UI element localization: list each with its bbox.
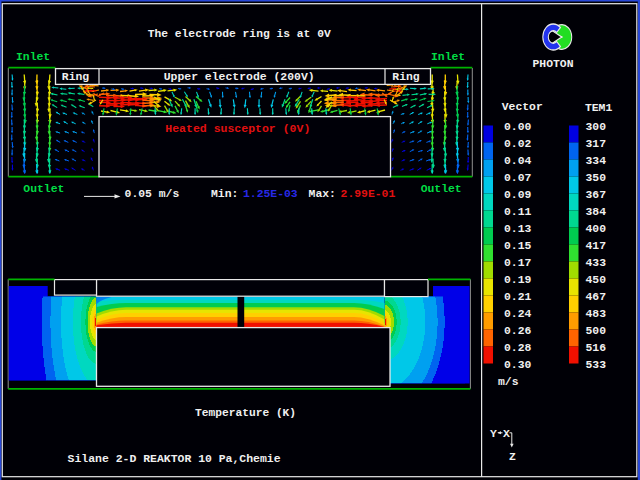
svg-text:X: X xyxy=(503,428,510,440)
svg-text:Heated susceptor (0V): Heated susceptor (0V) xyxy=(165,123,310,135)
svg-text:350: 350 xyxy=(586,172,607,184)
svg-text:500: 500 xyxy=(586,325,607,337)
svg-text:2.99E-01: 2.99E-01 xyxy=(341,188,396,200)
svg-text:516: 516 xyxy=(586,342,607,354)
svg-text:0.26: 0.26 xyxy=(504,325,532,337)
svg-text:Ring: Ring xyxy=(62,71,90,83)
svg-text:0.21: 0.21 xyxy=(504,291,532,303)
svg-text:Outlet: Outlet xyxy=(421,183,462,195)
svg-text:0.24: 0.24 xyxy=(504,308,532,320)
svg-text:Temperature (K): Temperature (K) xyxy=(195,407,296,419)
svg-text:0.09: 0.09 xyxy=(504,189,532,201)
svg-text:Y: Y xyxy=(490,428,497,440)
svg-text:450: 450 xyxy=(586,274,607,286)
svg-text:Inlet: Inlet xyxy=(431,51,465,63)
svg-text:317: 317 xyxy=(586,138,607,150)
svg-text:300: 300 xyxy=(586,121,607,133)
svg-text:Max:: Max: xyxy=(309,188,336,200)
svg-text:533: 533 xyxy=(586,359,607,371)
svg-text:1.25E-03: 1.25E-03 xyxy=(243,188,298,200)
svg-text:0.13: 0.13 xyxy=(504,223,532,235)
svg-text:PHOTON: PHOTON xyxy=(532,58,573,70)
svg-text:Ring: Ring xyxy=(392,71,420,83)
svg-text:0.15: 0.15 xyxy=(504,240,532,252)
svg-text:400: 400 xyxy=(586,223,607,235)
svg-text:483: 483 xyxy=(586,308,607,320)
svg-text:0.11: 0.11 xyxy=(504,206,532,218)
svg-text:334: 334 xyxy=(586,155,607,167)
svg-text:The electrode ring is at 0V: The electrode ring is at 0V xyxy=(148,28,331,40)
svg-text:0.02: 0.02 xyxy=(504,138,532,150)
svg-text:Inlet: Inlet xyxy=(16,51,50,63)
svg-text:Upper electrode (200V): Upper electrode (200V) xyxy=(164,71,315,83)
svg-text:0.30: 0.30 xyxy=(504,359,532,371)
svg-text:Silane 2-D REAKTOR 10 Pa,Chemi: Silane 2-D REAKTOR 10 Pa,Chemie xyxy=(68,453,281,465)
svg-text:0.07: 0.07 xyxy=(504,172,532,184)
svg-text:417: 417 xyxy=(586,240,607,252)
svg-text:0.28: 0.28 xyxy=(504,342,532,354)
svg-text:467: 467 xyxy=(586,291,607,303)
svg-text:0.00: 0.00 xyxy=(504,121,532,133)
svg-text:Z: Z xyxy=(509,451,516,463)
svg-text:m/s: m/s xyxy=(498,376,519,388)
svg-text:Vector: Vector xyxy=(502,101,543,113)
svg-text:Outlet: Outlet xyxy=(23,183,64,195)
svg-text:433: 433 xyxy=(586,257,607,269)
svg-text:0.04: 0.04 xyxy=(504,155,532,167)
svg-text:367: 367 xyxy=(586,189,607,201)
svg-text:0.17: 0.17 xyxy=(504,257,532,269)
svg-text:0.05 m/s: 0.05 m/s xyxy=(125,188,180,200)
svg-text:0.19: 0.19 xyxy=(504,274,532,286)
svg-text:384: 384 xyxy=(586,206,607,218)
svg-text:Min:: Min: xyxy=(211,188,238,200)
svg-text:TEM1: TEM1 xyxy=(585,102,613,114)
